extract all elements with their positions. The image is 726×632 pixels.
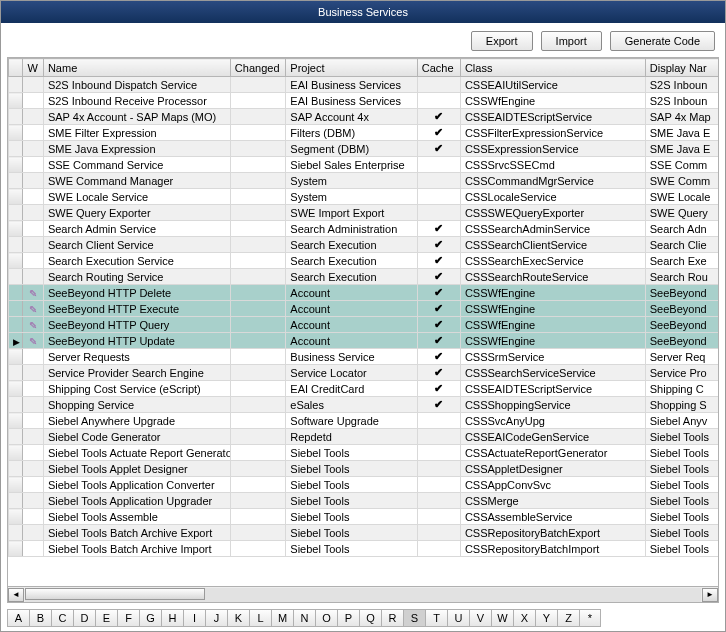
cell-cache[interactable]: ✔	[417, 269, 460, 285]
cell-display-name[interactable]: Search Rou	[645, 269, 718, 285]
cell-cache[interactable]: ✔	[417, 317, 460, 333]
cell-cache[interactable]	[417, 413, 460, 429]
cell-w[interactable]: ✎	[23, 317, 44, 333]
cell-w[interactable]	[23, 397, 44, 413]
cell-name[interactable]: SWE Query Exporter	[43, 205, 230, 221]
cell-name[interactable]: SeeBeyond HTTP Query	[43, 317, 230, 333]
row-selector[interactable]	[9, 509, 23, 525]
cell-cache[interactable]: ✔	[417, 333, 460, 349]
cell-display-name[interactable]: Siebel Tools	[645, 493, 718, 509]
cell-w[interactable]: ✎	[23, 301, 44, 317]
cell-class[interactable]: CSSAppConvSvc	[460, 477, 645, 493]
table-row[interactable]: Search Admin ServiceSearch Administratio…	[9, 221, 719, 237]
table-row[interactable]: Siebel Tools Applet DesignerSiebel Tools…	[9, 461, 719, 477]
cell-changed[interactable]	[230, 349, 285, 365]
cell-display-name[interactable]: Search Clie	[645, 237, 718, 253]
cell-w[interactable]: ✎	[23, 285, 44, 301]
cell-w[interactable]	[23, 269, 44, 285]
cell-cache[interactable]	[417, 93, 460, 109]
header-cache[interactable]: Cache	[417, 59, 460, 77]
cell-class[interactable]: CSSWfEngine	[460, 285, 645, 301]
cell-project[interactable]: System	[286, 173, 417, 189]
cell-class[interactable]: CSSWfEngine	[460, 317, 645, 333]
row-selector[interactable]	[9, 397, 23, 413]
horizontal-scrollbar[interactable]: ◄ ►	[8, 586, 718, 602]
table-row[interactable]: Siebel Tools Batch Archive ImportSiebel …	[9, 541, 719, 557]
alpha-filter-q[interactable]: Q	[359, 609, 381, 627]
cell-project[interactable]: Siebel Tools	[286, 509, 417, 525]
cell-cache[interactable]: ✔	[417, 109, 460, 125]
table-row[interactable]: ✎SeeBeyond HTTP ExecuteAccount✔CSSWfEngi…	[9, 301, 719, 317]
alpha-filter-w[interactable]: W	[491, 609, 513, 627]
row-selector[interactable]	[9, 349, 23, 365]
grid-scroll[interactable]: W Name Changed Project Cache Class Displ…	[8, 58, 718, 586]
cell-w[interactable]	[23, 365, 44, 381]
cell-changed[interactable]	[230, 429, 285, 445]
import-button[interactable]: Import	[541, 31, 602, 51]
cell-project[interactable]: Siebel Tools	[286, 477, 417, 493]
alpha-filter-b[interactable]: B	[29, 609, 51, 627]
cell-changed[interactable]	[230, 109, 285, 125]
cell-project[interactable]: SWE Import Export	[286, 205, 417, 221]
row-selector[interactable]	[9, 109, 23, 125]
cell-name[interactable]: SWE Locale Service	[43, 189, 230, 205]
cell-changed[interactable]	[230, 461, 285, 477]
cell-project[interactable]: Search Administration	[286, 221, 417, 237]
cell-w[interactable]	[23, 125, 44, 141]
cell-display-name[interactable]: SeeBeyond	[645, 301, 718, 317]
cell-project[interactable]: Siebel Tools	[286, 461, 417, 477]
alpha-filter-k[interactable]: K	[227, 609, 249, 627]
alpha-filter-i[interactable]: I	[183, 609, 205, 627]
cell-w[interactable]	[23, 413, 44, 429]
cell-cache[interactable]: ✔	[417, 381, 460, 397]
table-row[interactable]: S2S Inbound Receive ProcessorEAI Busines…	[9, 93, 719, 109]
cell-class[interactable]: CSSEAIDTEScriptService	[460, 381, 645, 397]
cell-display-name[interactable]: Siebel Anyv	[645, 413, 718, 429]
cell-cache[interactable]: ✔	[417, 301, 460, 317]
cell-cache[interactable]	[417, 525, 460, 541]
cell-cache[interactable]	[417, 189, 460, 205]
cell-name[interactable]: Siebel Tools Application Converter	[43, 477, 230, 493]
cell-changed[interactable]	[230, 541, 285, 557]
cell-project[interactable]: System	[286, 189, 417, 205]
export-button[interactable]: Export	[471, 31, 533, 51]
row-selector[interactable]	[9, 317, 23, 333]
cell-changed[interactable]	[230, 125, 285, 141]
cell-w[interactable]	[23, 93, 44, 109]
scroll-left-button[interactable]: ◄	[8, 588, 24, 602]
cell-changed[interactable]	[230, 413, 285, 429]
cell-changed[interactable]	[230, 317, 285, 333]
table-row[interactable]: ▶✎SeeBeyond HTTP UpdateAccount✔CSSWfEngi…	[9, 333, 719, 349]
cell-name[interactable]: SME Filter Expression	[43, 125, 230, 141]
row-selector[interactable]	[9, 461, 23, 477]
cell-project[interactable]: Software Upgrade	[286, 413, 417, 429]
cell-name[interactable]: SAP 4x Account - SAP Maps (MO)	[43, 109, 230, 125]
cell-project[interactable]: Business Service	[286, 349, 417, 365]
table-row[interactable]: SME Java ExpressionSegment (DBM)✔CSSExpr…	[9, 141, 719, 157]
cell-display-name[interactable]: Siebel Tools	[645, 445, 718, 461]
cell-changed[interactable]	[230, 285, 285, 301]
cell-changed[interactable]	[230, 237, 285, 253]
row-selector[interactable]	[9, 157, 23, 173]
row-selector[interactable]	[9, 301, 23, 317]
alpha-filter-j[interactable]: J	[205, 609, 227, 627]
alpha-filter-r[interactable]: R	[381, 609, 403, 627]
cell-project[interactable]: Search Execution	[286, 253, 417, 269]
cell-class[interactable]: CSSWfEngine	[460, 301, 645, 317]
cell-project[interactable]: Account	[286, 285, 417, 301]
row-selector[interactable]	[9, 125, 23, 141]
cell-cache[interactable]	[417, 445, 460, 461]
cell-w[interactable]	[23, 493, 44, 509]
cell-display-name[interactable]: Shipping C	[645, 381, 718, 397]
cell-cache[interactable]	[417, 205, 460, 221]
table-row[interactable]: Search Client ServiceSearch Execution✔CS…	[9, 237, 719, 253]
alpha-filter-n[interactable]: N	[293, 609, 315, 627]
cell-display-name[interactable]: SeeBeyond	[645, 285, 718, 301]
cell-project[interactable]: Service Locator	[286, 365, 417, 381]
cell-class[interactable]: CSSSearchAdminService	[460, 221, 645, 237]
cell-project[interactable]: SAP Account 4x	[286, 109, 417, 125]
cell-project[interactable]: Siebel Tools	[286, 445, 417, 461]
cell-w[interactable]	[23, 429, 44, 445]
row-selector[interactable]	[9, 205, 23, 221]
cell-project[interactable]: EAI CreditCard	[286, 381, 417, 397]
